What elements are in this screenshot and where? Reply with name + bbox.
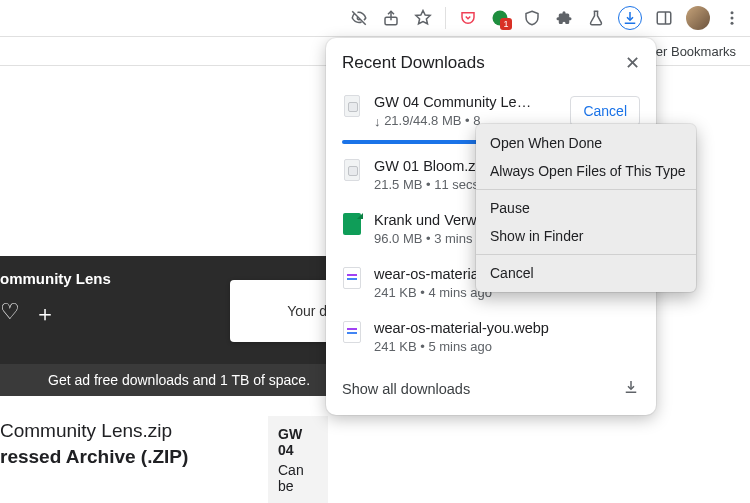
other-bookmarks-label[interactable]: ther Bookmarks — [645, 44, 736, 59]
file-image-icon — [342, 320, 362, 344]
svg-point-4 — [731, 17, 734, 20]
toolbar-separator — [445, 7, 446, 29]
ctx-separator — [476, 254, 696, 255]
downloads-footer: Show all downloads — [326, 364, 656, 409]
profile-avatar[interactable] — [686, 6, 710, 30]
open-downloads-folder-icon[interactable] — [622, 378, 640, 399]
page-related-sub: Can be — [278, 462, 318, 494]
file-document-icon — [342, 212, 362, 236]
visibility-off-icon[interactable] — [349, 8, 369, 28]
ctx-separator — [476, 189, 696, 190]
file-image-icon — [342, 266, 362, 290]
side-panel-icon[interactable] — [654, 8, 674, 28]
extension-green-icon[interactable]: 1 — [490, 8, 510, 28]
downloads-icon[interactable] — [618, 6, 642, 30]
show-all-downloads-link[interactable]: Show all downloads — [342, 381, 470, 397]
page-related-title: GW 04 — [278, 426, 318, 458]
page-file-title-l1: Community Lens.zip — [0, 420, 172, 441]
ctx-show-in-finder[interactable]: Show in Finder — [476, 222, 696, 250]
notification-badge: 1 — [500, 18, 512, 30]
download-name: GW 04 Community Lens.... — [374, 94, 534, 110]
shield-icon[interactable] — [522, 8, 542, 28]
page-file-title-l2: ressed Archive (.ZIP) — [0, 446, 188, 467]
close-icon[interactable]: ✕ — [625, 52, 640, 74]
extensions-puzzle-icon[interactable] — [554, 8, 574, 28]
downloads-title: Recent Downloads — [342, 53, 485, 73]
download-context-menu: Open When Done Always Open Files of This… — [476, 124, 696, 292]
ctx-always-open-type[interactable]: Always Open Files of This Type — [476, 157, 696, 185]
svg-point-3 — [731, 11, 734, 14]
cancel-button[interactable]: Cancel — [570, 96, 640, 126]
browser-toolbar: 1 — [0, 0, 750, 36]
download-body: GW 04 Community Lens.... ↓ 21.9/44.8 MB … — [374, 94, 558, 128]
labs-flask-icon[interactable] — [586, 8, 606, 28]
plus-icon[interactable]: ＋ — [34, 299, 56, 329]
page-ad-banner[interactable]: Get ad free downloads and 1 TB of space. — [0, 364, 330, 396]
star-icon[interactable] — [413, 8, 433, 28]
ctx-open-when-done[interactable]: Open When Done — [476, 129, 696, 157]
file-zip-icon — [342, 94, 362, 118]
download-item[interactable]: wear-os-material-you.webp 241 KB • 5 min… — [326, 310, 656, 364]
svg-rect-2 — [657, 12, 671, 24]
ctx-cancel[interactable]: Cancel — [476, 259, 696, 287]
download-name: wear-os-material-you.webp — [374, 320, 640, 336]
svg-point-5 — [731, 22, 734, 25]
download-body: wear-os-material-you.webp 241 KB • 5 min… — [374, 320, 640, 354]
file-zip-icon — [342, 158, 362, 182]
downloads-header: Recent Downloads ✕ — [326, 38, 656, 84]
share-icon[interactable] — [381, 8, 401, 28]
pocket-icon[interactable] — [458, 8, 478, 28]
page-file-title: Community Lens.zip ressed Archive (.ZIP) — [0, 418, 188, 469]
heart-icon[interactable]: ♡ — [0, 299, 20, 329]
download-progress-bar — [342, 140, 488, 144]
download-sub: 241 KB • 5 mins ago — [374, 339, 640, 354]
page-related-card: GW 04 Can be — [268, 416, 328, 503]
download-sub-text: 21.9/44.8 MB • 8 — [384, 113, 480, 128]
ctx-pause[interactable]: Pause — [476, 194, 696, 222]
more-menu-icon[interactable] — [722, 8, 742, 28]
